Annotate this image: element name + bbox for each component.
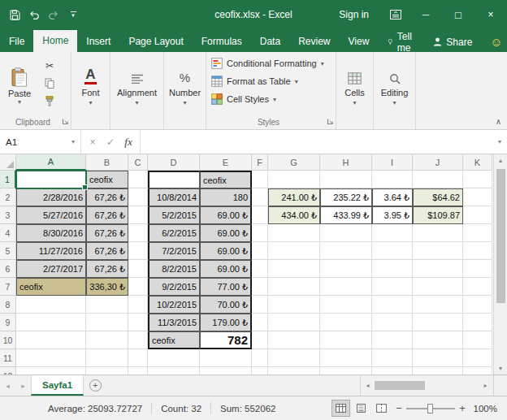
- cell-F10[interactable]: [252, 331, 268, 349]
- cell-H10[interactable]: [320, 331, 372, 349]
- cell-I5[interactable]: [372, 242, 413, 260]
- undo-button[interactable]: [25, 6, 43, 24]
- view-normal-button[interactable]: [332, 400, 350, 417]
- zoom-level[interactable]: 100%: [470, 404, 507, 414]
- cell-E11[interactable]: [200, 349, 252, 367]
- cell-I8[interactable]: [372, 296, 413, 314]
- cell-G1[interactable]: [268, 171, 320, 188]
- cell-I9[interactable]: [372, 314, 413, 331]
- column-header-B[interactable]: B: [86, 154, 128, 171]
- sheet-nav-left-button[interactable]: ◂: [0, 375, 15, 396]
- cell-K9[interactable]: [463, 314, 492, 331]
- cell-H2[interactable]: 235.22 ₺: [320, 188, 372, 206]
- scroll-down-icon[interactable]: ▾: [494, 362, 507, 375]
- cell-C2[interactable]: [128, 188, 148, 206]
- cell-I12[interactable]: [372, 367, 413, 375]
- cell-I3[interactable]: 3.95 ₺: [372, 206, 413, 224]
- cell-J8[interactable]: [413, 296, 463, 314]
- cell-F5[interactable]: [252, 242, 268, 260]
- cell-G10[interactable]: [268, 331, 320, 349]
- format-as-table-button[interactable]: Format as Table ▾: [211, 72, 336, 90]
- cell-K2[interactable]: [463, 188, 492, 206]
- tab-file[interactable]: File: [0, 32, 33, 52]
- new-sheet-button[interactable]: +: [84, 375, 106, 396]
- styles-dialog-launcher[interactable]: [327, 118, 334, 127]
- close-button[interactable]: ×: [474, 0, 507, 29]
- conditional-formatting-button[interactable]: Conditional Formatting ▾: [211, 54, 336, 72]
- name-box[interactable]: A1 ▾: [0, 130, 81, 154]
- horizontal-scroll-thumb[interactable]: [375, 381, 425, 390]
- cell-K1[interactable]: [463, 171, 492, 188]
- cell-styles-button[interactable]: Cell Styles ▾: [211, 90, 336, 108]
- cell-A9[interactable]: [16, 314, 86, 331]
- cell-A4[interactable]: 8/30/2016: [16, 224, 86, 242]
- cell-I11[interactable]: [372, 349, 413, 367]
- cell-K11[interactable]: [463, 349, 492, 367]
- formula-cancel-button[interactable]: ×: [84, 136, 102, 148]
- cell-J10[interactable]: [413, 331, 463, 349]
- horizontal-scrollbar[interactable]: ◂ ▸: [360, 375, 493, 396]
- share-button[interactable]: Share: [425, 32, 480, 52]
- view-page-break-button[interactable]: [372, 400, 391, 417]
- formula-enter-button[interactable]: ✓: [102, 136, 119, 148]
- scroll-right-icon[interactable]: ▸: [479, 382, 492, 389]
- cell-F6[interactable]: [252, 260, 268, 278]
- cell-J11[interactable]: [413, 349, 463, 367]
- clipboard-dialog-launcher[interactable]: [62, 118, 69, 127]
- row-header-1[interactable]: 1: [0, 171, 16, 188]
- alignment-group-button[interactable]: Alignment ▾: [110, 52, 164, 129]
- cell-D3[interactable]: 5/2/2015: [148, 206, 200, 224]
- cell-B12[interactable]: [86, 367, 128, 375]
- cell-E6[interactable]: 69.00 ₺: [200, 260, 252, 278]
- cell-F3[interactable]: [252, 206, 268, 224]
- cell-D11[interactable]: [148, 349, 200, 367]
- cell-F12[interactable]: [252, 367, 268, 375]
- cell-F1[interactable]: [252, 171, 268, 188]
- cell-J12[interactable]: [413, 367, 463, 375]
- cell-F11[interactable]: [252, 349, 268, 367]
- cell-J5[interactable]: [413, 242, 463, 260]
- cell-D2[interactable]: 10/8/2014: [148, 188, 200, 206]
- cell-A2[interactable]: 2/28/2016: [16, 188, 86, 206]
- row-header-12[interactable]: 12: [0, 367, 16, 375]
- cell-A8[interactable]: [16, 296, 86, 314]
- save-button[interactable]: [6, 6, 24, 24]
- tab-page-layout[interactable]: Page Layout: [119, 32, 192, 52]
- cell-B2[interactable]: 67,26 ₺: [86, 188, 128, 206]
- cell-I1[interactable]: [372, 171, 413, 188]
- paste-button[interactable]: Paste ▾: [0, 52, 39, 116]
- cell-C6[interactable]: [128, 260, 148, 278]
- select-all-button[interactable]: [0, 154, 16, 171]
- cell-C11[interactable]: [128, 349, 148, 367]
- cell-H5[interactable]: [320, 242, 372, 260]
- cell-B8[interactable]: [86, 296, 128, 314]
- scroll-up-icon[interactable]: ▴: [494, 154, 507, 167]
- cell-K12[interactable]: [463, 367, 492, 375]
- row-header-5[interactable]: 5: [0, 242, 16, 260]
- cell-A3[interactable]: 5/27/2016: [16, 206, 86, 224]
- tab-review[interactable]: Review: [289, 32, 339, 52]
- cell-G7[interactable]: [268, 278, 320, 296]
- sign-in-button[interactable]: Sign in: [326, 9, 382, 20]
- cell-C3[interactable]: [128, 206, 148, 224]
- cell-E3[interactable]: 69.00 ₺: [200, 206, 252, 224]
- cell-K3[interactable]: [463, 206, 492, 224]
- collapse-ribbon-button[interactable]: ∧: [496, 117, 501, 126]
- cell-B10[interactable]: [86, 331, 128, 349]
- cell-E1[interactable]: ceofix: [200, 171, 252, 188]
- copy-button[interactable]: [39, 76, 60, 90]
- customize-qat-button[interactable]: ▾: [64, 6, 82, 24]
- cell-E8[interactable]: 70.00 ₺: [200, 296, 252, 314]
- insert-function-button[interactable]: fx: [119, 136, 137, 149]
- row-header-11[interactable]: 11: [0, 349, 16, 367]
- cell-A1[interactable]: [16, 171, 86, 188]
- maximize-button[interactable]: □: [442, 0, 474, 29]
- cell-A6[interactable]: 2/27/2017: [16, 260, 86, 278]
- cell-B1[interactable]: ceofix: [86, 171, 128, 188]
- cell-F7[interactable]: [252, 278, 268, 296]
- cell-G11[interactable]: [268, 349, 320, 367]
- cell-A7[interactable]: ceofix: [16, 278, 86, 296]
- row-header-7[interactable]: 7: [0, 278, 16, 296]
- cell-J4[interactable]: [413, 224, 463, 242]
- row-header-10[interactable]: 10: [0, 331, 16, 349]
